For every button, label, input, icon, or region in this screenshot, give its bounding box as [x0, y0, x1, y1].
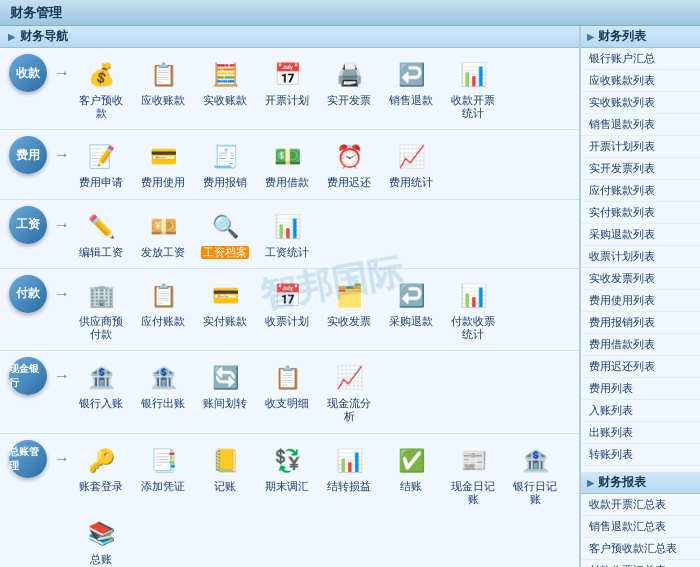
- xianjin-rijizh-icon: 📰: [453, 443, 493, 479]
- icon-shoupiao-jihua[interactable]: 📅 收票计划: [258, 275, 316, 344]
- xianjin-button[interactable]: 现金银行: [9, 357, 47, 395]
- right-report-kehu-yushoukuan[interactable]: 客户预收款汇总表: [581, 538, 700, 560]
- section-fukuan: 付款 → 🏢 供应商预付款 📋 应付账款 💳 实付账款 📅 收票计: [0, 269, 579, 351]
- right-item-yingfu-liebiao[interactable]: 应付账款列表: [581, 180, 700, 202]
- xiaoshou-tuikuan-label: 销售退款: [389, 94, 433, 107]
- label-fukuan: 付款: [4, 275, 52, 313]
- icon-jiezhang[interactable]: ✅ 结账: [382, 440, 440, 509]
- kehu-yishoukuan-label: 客户预收款: [74, 94, 128, 120]
- title-bar: 财务管理: [0, 0, 700, 26]
- icon-shishou-fapiao[interactable]: 🗂️ 实收发票: [320, 275, 378, 344]
- zhangjian-huazhuan-label: 账间划转: [203, 397, 247, 410]
- shoukuan-icons: 💰 客户预收款 📋 应收账款 🧮 实收账款 📅 开票计划 🖨️ 实: [72, 54, 575, 123]
- icon-shikai-fapiao[interactable]: 🖨️ 实开发票: [320, 54, 378, 123]
- icon-xianjinliu-fenxi[interactable]: 📈 现金流分析: [320, 357, 378, 426]
- icon-gongzi-tongji[interactable]: 📊 工资统计: [258, 206, 316, 262]
- icon-yinhang-chuzhang[interactable]: 🏦 银行出账: [134, 357, 192, 426]
- icon-feiyong-tongji[interactable]: 📈 费用统计: [382, 136, 440, 192]
- right-report-xiaoshou-tuikuan[interactable]: 销售退款汇总表: [581, 516, 700, 538]
- yingfu-zhangkuan-icon: 📋: [143, 278, 183, 314]
- icon-jiezhuan-sunyi[interactable]: 📊 结转损益: [320, 440, 378, 509]
- shikai-fapiao-label: 实开发票: [327, 94, 371, 107]
- icon-yingshou-zhangkuan[interactable]: 📋 应收账款: [134, 54, 192, 123]
- icon-bianji-gongzi[interactable]: ✏️ 编辑工资: [72, 206, 130, 262]
- icon-gongyingshang-yufu[interactable]: 🏢 供应商预付款: [72, 275, 130, 344]
- fukuan-button[interactable]: 付款: [9, 275, 47, 313]
- icon-feiyong-shiyong[interactable]: 💳 费用使用: [134, 136, 192, 192]
- icon-shishou-zhangkuan[interactable]: 🧮 实收账款: [196, 54, 254, 123]
- icon-shoukuan-tongji[interactable]: 📊 收款开票统计: [444, 54, 502, 123]
- icon-xianjin-rijizh[interactable]: 📰 现金日记账: [444, 440, 502, 509]
- icon-feiyong-shenqing[interactable]: 📝 费用申请: [72, 136, 130, 192]
- shishou-fapiao-label: 实收发票: [327, 315, 371, 328]
- icon-kaipiao-jihua[interactable]: 📅 开票计划: [258, 54, 316, 123]
- label-zongzhang: 总账管理: [4, 440, 52, 478]
- right-item-feiyong-shiyong[interactable]: 费用使用列表: [581, 290, 700, 312]
- icon-shouzhi-mingxi[interactable]: 📋 收支明细: [258, 357, 316, 426]
- feiyong-baoxiao-icon: 🧾: [205, 139, 245, 175]
- label-gongzi: 工资: [4, 206, 52, 244]
- icon-qimo-tiaohui[interactable]: 💱 期末调汇: [258, 440, 316, 509]
- icon-fukuan-tongji[interactable]: 📊 付款收票统计: [444, 275, 502, 344]
- arrow-gongzi: →: [52, 216, 72, 234]
- yingshou-zhangkuan-icon: 📋: [143, 57, 183, 93]
- right-header2: 财务报表: [581, 472, 700, 494]
- right-item-shishou-fapiao[interactable]: 实收发票列表: [581, 268, 700, 290]
- icon-zhangjian-huazhuan[interactable]: 🔄 账间划转: [196, 357, 254, 426]
- right-item-zhuanzhang-liebiao[interactable]: 转账列表: [581, 444, 700, 466]
- right-item-chuzhang-liebiao[interactable]: 出账列表: [581, 422, 700, 444]
- icon-zongzhang-book[interactable]: 📚 总账: [72, 513, 130, 567]
- right-report-shoukuan-huizong[interactable]: 收款开票汇总表: [581, 494, 700, 516]
- right-item-feiyong-chihuan[interactable]: 费用迟还列表: [581, 356, 700, 378]
- icon-tianjia-pingzheng[interactable]: 📑 添加凭证: [134, 440, 192, 509]
- label-feiyong: 费用: [4, 136, 52, 174]
- shifu-zhangkuan-label: 实付账款: [203, 315, 247, 328]
- icon-fafang-gongzi[interactable]: 💴 发放工资: [134, 206, 192, 262]
- icon-yinhang-rijizh[interactable]: 🏦 银行日记账: [506, 440, 564, 509]
- right-item-ruzhang-liebiao[interactable]: 入账列表: [581, 400, 700, 422]
- right-item-feiyong-liebiao[interactable]: 费用列表: [581, 378, 700, 400]
- feiyong-tongji-label: 费用统计: [389, 176, 433, 189]
- icon-jizhang[interactable]: 📒 记账: [196, 440, 254, 509]
- right-item-feiyong-baoxiao[interactable]: 费用报销列表: [581, 312, 700, 334]
- right-item-kaipiao-jihua[interactable]: 开票计划列表: [581, 136, 700, 158]
- icon-zhangao-denglu[interactable]: 🔑 账套登录: [72, 440, 130, 509]
- zongzhang-button[interactable]: 总账管理: [9, 440, 47, 478]
- icon-gongzi-dangan[interactable]: 🔍 工资档案: [196, 206, 254, 262]
- section-shoukuan: 收款 → 💰 客户预收款 📋 应收账款 🧮 实收账款 📅 开票计划: [0, 48, 579, 130]
- right-report-fukuan-huizong[interactable]: 付款收票汇总表: [581, 560, 700, 567]
- right-item-yingshou-liebiao[interactable]: 应收账款列表: [581, 70, 700, 92]
- jiezhuan-sunyi-label: 结转损益: [327, 480, 371, 493]
- icon-kehu-yishoukuan[interactable]: 💰 客户预收款: [72, 54, 130, 123]
- right-item-shifu-liebiao[interactable]: 实付账款列表: [581, 202, 700, 224]
- icon-caigou-tuikuan[interactable]: ↩️ 采购退款: [382, 275, 440, 344]
- right-item-shoupiao-jihua[interactable]: 收票计划列表: [581, 246, 700, 268]
- right-item-caigou-tuikuan[interactable]: 采购退款列表: [581, 224, 700, 246]
- icon-yinhang-ruzhang[interactable]: 🏦 银行入账: [72, 357, 130, 426]
- feiyong-button[interactable]: 费用: [9, 136, 47, 174]
- icon-feiyong-chihuan[interactable]: ⏰ 费用迟还: [320, 136, 378, 192]
- fafang-gongzi-label: 发放工资: [141, 246, 185, 259]
- right-item-feiyong-jiekuan[interactable]: 费用借款列表: [581, 334, 700, 356]
- xianjinliu-fenxi-label: 现金流分析: [322, 397, 376, 423]
- right-item-shikai-fapiao[interactable]: 实开发票列表: [581, 158, 700, 180]
- right-item-xiaoshou-tuikuan[interactable]: 销售退款列表: [581, 114, 700, 136]
- icon-shifu-zhangkuan[interactable]: 💳 实付账款: [196, 275, 254, 344]
- icon-yingfu-zhangkuan[interactable]: 📋 应付账款: [134, 275, 192, 344]
- zhangjian-huazhuan-icon: 🔄: [205, 360, 245, 396]
- feiyong-shenqing-label: 费用申请: [79, 176, 123, 189]
- right-item-yinhang-huizong[interactable]: 银行账户汇总: [581, 48, 700, 70]
- feiyong-shenqing-icon: 📝: [81, 139, 121, 175]
- gongzi-button[interactable]: 工资: [9, 206, 47, 244]
- icon-xiaoshou-tuikuan[interactable]: ↩️ 销售退款: [382, 54, 440, 123]
- arrow-fukuan: →: [52, 285, 72, 303]
- yingshou-zhangkuan-label: 应收账款: [141, 94, 185, 107]
- shoukuan-button[interactable]: 收款: [9, 54, 47, 92]
- icon-feiyong-jiekuan[interactable]: 💵 费用借款: [258, 136, 316, 192]
- right-item-shishou-liebiao[interactable]: 实收账款列表: [581, 92, 700, 114]
- gongzi-dangan-label: 工资档案: [201, 246, 249, 259]
- gongyingshang-yufu-icon: 🏢: [81, 278, 121, 314]
- section-feiyong: 费用 → 📝 费用申请 💳 费用使用 🧾 费用报销 💵 费用借款: [0, 130, 579, 199]
- shishou-zhangkuan-icon: 🧮: [205, 57, 245, 93]
- icon-feiyong-baoxiao[interactable]: 🧾 费用报销: [196, 136, 254, 192]
